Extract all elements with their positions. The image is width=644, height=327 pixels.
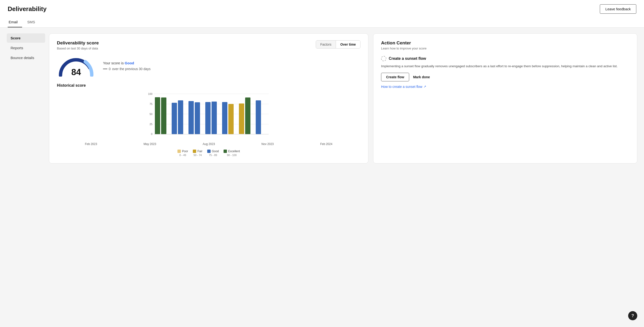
- score-change-line: 0 over the previous 30 days: [103, 67, 150, 71]
- legend-excellent-label: Excellent: [228, 150, 240, 153]
- score-change-value: 0: [109, 67, 111, 71]
- svg-rect-10: [155, 97, 160, 134]
- factors-toggle-button[interactable]: Factors: [316, 40, 336, 48]
- action-card-title: Action Center: [381, 40, 629, 46]
- svg-rect-22: [256, 100, 261, 134]
- legend-excellent-swatch: [224, 150, 227, 153]
- chart-wrapper: 100 75 50 25 0: [57, 92, 360, 156]
- legend-fair-label: Fair: [198, 150, 202, 153]
- gauge-number: 84: [57, 68, 95, 76]
- leave-feedback-button[interactable]: Leave feedback: [600, 4, 636, 14]
- sidebar-item-score[interactable]: Score: [7, 33, 45, 43]
- action-card: Action Center Learn how to improve your …: [373, 33, 637, 164]
- svg-text:0: 0: [151, 132, 152, 136]
- sidebar-item-bounce-details[interactable]: Bounce details: [7, 53, 45, 62]
- over-time-toggle-button[interactable]: Over time: [336, 40, 360, 48]
- chart-area: 100 75 50 25 0: [57, 92, 360, 140]
- legend-poor-label: Poor: [182, 150, 188, 153]
- svg-rect-13: [178, 100, 183, 134]
- sidebar-item-reports[interactable]: Reports: [7, 43, 45, 52]
- create-flow-button[interactable]: Create flow: [381, 73, 409, 82]
- legend-good-label: Good: [212, 150, 219, 153]
- svg-rect-11: [161, 98, 166, 134]
- sidebar: Score Reports Bounce details: [7, 33, 45, 164]
- legend-fair: Fair 50 - 74: [193, 150, 202, 156]
- action-item-header: Create a sunset flow: [381, 56, 629, 61]
- svg-rect-16: [205, 102, 210, 134]
- legend-poor-swatch: [178, 150, 181, 153]
- action-item-sunset-flow: Create a sunset flow Implementing a suns…: [381, 56, 629, 88]
- main-content: Score Reports Bounce details Deliverabil…: [0, 28, 644, 169]
- score-change-suffix: over the previous 30 days: [112, 67, 150, 71]
- dash-icon: [103, 69, 107, 69]
- dashed-circle-icon: [381, 56, 386, 61]
- how-to-create-sunset-flow-link[interactable]: How to create a sunset flow ↗: [381, 85, 629, 88]
- gauge-container: 84: [57, 55, 95, 76]
- legend-poor-range: 0 - 49: [179, 154, 186, 156]
- action-item-name: Create a sunset flow: [389, 56, 426, 61]
- legend-fair-swatch: [193, 150, 196, 153]
- action-link-label: How to create a sunset flow: [381, 85, 422, 88]
- svg-text:25: 25: [150, 123, 152, 126]
- action-buttons: Create flow Mark done: [381, 73, 629, 82]
- legend-poor: Poor 0 - 49: [178, 150, 188, 156]
- gauge-section: 84 Your score is Good 0 over the previou…: [57, 55, 360, 76]
- x-label-1: May 2023: [144, 142, 156, 146]
- x-label-4: Feb 2024: [320, 142, 332, 146]
- svg-text:50: 50: [150, 112, 152, 116]
- score-card-title: Deliverability score: [57, 40, 99, 46]
- x-label-0: Feb 2023: [85, 142, 97, 146]
- svg-rect-14: [188, 101, 194, 134]
- chart-svg: 100 75 50 25 0: [57, 92, 360, 140]
- x-label-3: Nov 2023: [262, 142, 274, 146]
- chart-legend: Poor 0 - 49 Fair 50 - 74: [57, 150, 360, 156]
- svg-text:100: 100: [148, 92, 152, 95]
- svg-rect-19: [228, 104, 234, 134]
- tab-sms[interactable]: SMS: [26, 18, 40, 27]
- legend-excellent-range: 90 - 100: [227, 154, 236, 156]
- svg-rect-21: [245, 98, 250, 134]
- legend-fair-range: 50 - 74: [194, 154, 202, 156]
- mark-done-button[interactable]: Mark done: [412, 73, 431, 81]
- score-quality-line: Your score is Good: [103, 61, 150, 65]
- action-item-description: Implementing a sunset flow gradually rem…: [381, 64, 629, 69]
- legend-good-swatch: [207, 150, 210, 153]
- svg-rect-15: [195, 102, 200, 134]
- svg-text:75: 75: [150, 102, 152, 106]
- svg-rect-20: [239, 104, 244, 134]
- action-card-subtitle: Learn how to improve your score: [381, 46, 629, 50]
- svg-rect-12: [172, 103, 177, 134]
- x-label-2: Aug 2023: [203, 142, 215, 146]
- svg-rect-18: [222, 102, 228, 134]
- score-card: Deliverability score Based on last 30 da…: [49, 33, 368, 164]
- external-link-icon: ↗: [424, 85, 426, 88]
- score-quality-value: Good: [124, 61, 134, 65]
- legend-good: Good 75 - 89: [207, 150, 219, 156]
- score-card-subtitle: Based on last 30 days of data: [57, 46, 99, 50]
- header: Deliverability Leave feedback Email SMS: [0, 0, 644, 28]
- legend-excellent: Excellent 90 - 100: [224, 150, 240, 156]
- chart-x-labels: Feb 2023 May 2023 Aug 2023 Nov 2023 Feb …: [57, 142, 360, 146]
- score-info: Your score is Good 0 over the previous 3…: [103, 61, 150, 71]
- historical-score-title: Historical score: [57, 83, 360, 88]
- view-toggle: Factors Over time: [316, 40, 360, 48]
- help-button[interactable]: ?: [628, 311, 637, 320]
- page-title: Deliverability: [8, 5, 46, 13]
- tab-bar: Email SMS: [8, 18, 636, 27]
- legend-good-range: 75 - 89: [209, 154, 217, 156]
- tab-email[interactable]: Email: [8, 18, 22, 27]
- cards-area: Deliverability score Based on last 30 da…: [49, 33, 637, 164]
- svg-rect-17: [212, 102, 217, 134]
